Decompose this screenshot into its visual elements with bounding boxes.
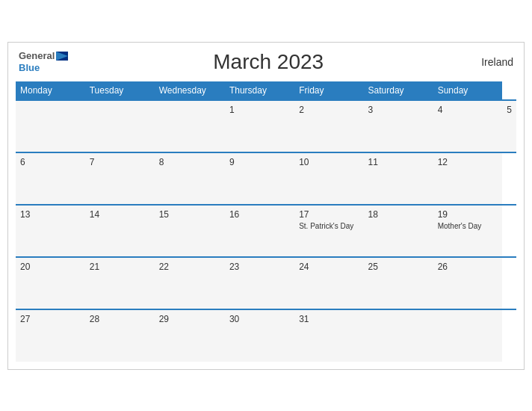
day-number: 29 — [159, 314, 220, 324]
logo-flag-icon — [56, 52, 68, 61]
calendar-day-cell: 21 — [85, 257, 155, 309]
day-number: 17 — [299, 209, 359, 220]
day-number: 19 — [438, 209, 498, 220]
day-number: 28 — [90, 314, 150, 324]
day-number: 26 — [438, 262, 498, 272]
calendar-day-cell: 17St. Patrick's Day — [294, 205, 363, 257]
day-number: 22 — [159, 262, 220, 272]
day-number: 20 — [20, 262, 81, 272]
day-number: 21 — [90, 262, 150, 272]
header-saturday: Saturday — [364, 81, 433, 100]
calendar-day-cell: 9 — [225, 152, 294, 205]
day-number: 10 — [299, 157, 359, 167]
calendar-week-row: 20212223242526 — [16, 257, 516, 309]
calendar-day-cell: 10 — [294, 152, 363, 205]
calendar-day-cell: 25 — [364, 257, 433, 309]
calendar-day-cell: 1 — [225, 100, 294, 152]
day-number: 18 — [368, 209, 429, 220]
calendar-day-cell: 31 — [294, 309, 363, 362]
header-friday: Friday — [294, 81, 363, 100]
day-number: 5 — [507, 105, 512, 115]
header-thursday: Thursday — [225, 81, 294, 100]
calendar-day-cell — [16, 100, 85, 152]
calendar-day-cell: 7 — [85, 152, 155, 205]
calendar-day-cell: 13 — [16, 205, 85, 257]
day-event: St. Patrick's Day — [299, 222, 359, 230]
calendar-wrapper: General Blue March 2023 Ireland Monday T… — [7, 42, 525, 370]
calendar-day-cell — [85, 100, 155, 152]
calendar-day-cell: 2 — [294, 100, 363, 152]
calendar-day-cell: 28 — [85, 309, 155, 362]
calendar-day-cell: 16 — [225, 205, 294, 257]
calendar-week-row: 6789101112 — [16, 152, 516, 205]
day-number: 3 — [368, 105, 429, 115]
calendar-day-cell: 22 — [155, 257, 225, 309]
day-number: 7 — [90, 157, 150, 167]
calendar-day-cell: 15 — [155, 205, 225, 257]
calendar-day-cell: 12 — [433, 152, 503, 205]
day-number: 27 — [20, 314, 81, 324]
calendar-day-cell: 20 — [16, 257, 85, 309]
calendar-day-cell: 26 — [433, 257, 503, 309]
calendar-week-row: 2728293031 — [16, 309, 516, 362]
header-tuesday: Tuesday — [85, 81, 155, 100]
day-event: Mother's Day — [438, 222, 498, 230]
calendar-country: Ireland — [468, 56, 513, 68]
day-number: 9 — [229, 157, 290, 167]
calendar-day-cell: 23 — [225, 257, 294, 309]
calendar-day-cell: 4 — [433, 100, 503, 152]
day-number: 16 — [229, 209, 290, 220]
day-number: 4 — [438, 105, 498, 115]
logo-blue-text: Blue — [19, 62, 68, 74]
day-number: 23 — [229, 262, 290, 272]
calendar-day-cell: 14 — [85, 205, 155, 257]
calendar-day-cell: 18 — [364, 205, 433, 257]
calendar-day-cell: 5 — [502, 100, 516, 152]
calendar-title: March 2023 — [68, 50, 468, 74]
calendar-day-cell: 6 — [16, 152, 85, 205]
calendar-day-cell: 29 — [155, 309, 225, 362]
calendar-day-cell: 24 — [294, 257, 363, 309]
logo-general-text: General — [19, 50, 68, 62]
day-number: 8 — [159, 157, 220, 167]
calendar-day-cell — [433, 309, 503, 362]
logo: General Blue — [19, 50, 68, 73]
calendar-week-row: 1314151617St. Patrick's Day1819Mother's … — [16, 205, 516, 257]
header-wednesday: Wednesday — [155, 81, 225, 100]
calendar-day-cell: 30 — [225, 309, 294, 362]
header-sunday: Sunday — [433, 81, 503, 100]
calendar-day-cell: 3 — [364, 100, 433, 152]
weekday-header-row: Monday Tuesday Wednesday Thursday Friday… — [16, 81, 516, 100]
day-number: 15 — [159, 209, 220, 220]
day-number: 11 — [368, 157, 429, 167]
day-number: 25 — [368, 262, 429, 272]
calendar-day-cell: 19Mother's Day — [433, 205, 503, 257]
day-number: 6 — [20, 157, 81, 167]
calendar-week-row: 12345 — [16, 100, 516, 152]
day-number: 30 — [229, 314, 290, 324]
calendar-table: Monday Tuesday Wednesday Thursday Friday… — [16, 81, 516, 362]
day-number: 1 — [229, 105, 290, 115]
calendar-day-cell: 11 — [364, 152, 433, 205]
day-number: 13 — [20, 209, 81, 220]
header-monday: Monday — [16, 81, 85, 100]
calendar-header: General Blue March 2023 Ireland — [16, 50, 516, 74]
day-number: 14 — [90, 209, 150, 220]
calendar-day-cell: 27 — [16, 309, 85, 362]
day-number: 2 — [299, 105, 359, 115]
calendar-day-cell — [155, 100, 225, 152]
day-number: 31 — [299, 314, 359, 324]
day-number: 12 — [438, 157, 498, 167]
day-number: 24 — [299, 262, 359, 272]
calendar-day-cell: 8 — [155, 152, 225, 205]
calendar-day-cell — [364, 309, 433, 362]
